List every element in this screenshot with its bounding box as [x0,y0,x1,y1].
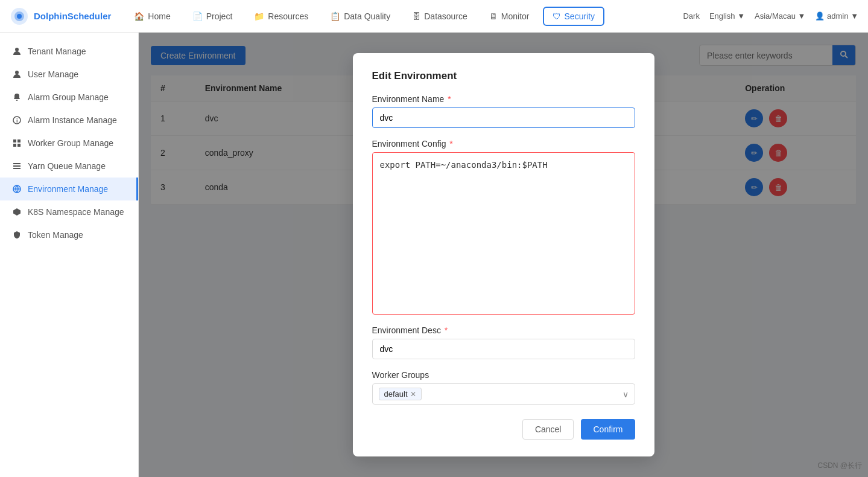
sidebar-item-tenant[interactable]: Tenant Manage [0,40,138,63]
env-name-required: * [448,94,451,104]
edit-environment-modal: Edit Environment Environment Name * Envi… [353,53,654,456]
timezone-chevron-icon: ▼ [798,11,806,21]
topnav-right: Dark English ▼ Asia/Macau ▼ 👤 admin ▼ [683,11,858,21]
nav-resources[interactable]: 📁 Resources [246,8,317,25]
home-icon: 🏠 [134,11,144,21]
env-desc-label: Environment Desc * [372,325,635,335]
modal-overlay: Edit Environment Environment Name * Envi… [139,33,868,477]
modal-footer: Cancel Confirm [372,419,635,440]
nav-monitor[interactable]: 🖥 Monitor [481,8,538,25]
svg-point-3 [15,48,19,51]
datasource-icon: 🗄 [412,11,420,21]
confirm-button[interactable]: Confirm [581,419,635,440]
theme-toggle[interactable]: Dark [683,11,699,21]
worker-groups-label: Worker Groups [372,370,635,380]
user-chevron-icon: ▼ [851,11,858,21]
svg-rect-12 [13,165,21,167]
modal-title: Edit Environment [372,70,635,82]
cancel-button[interactable]: Cancel [522,419,574,440]
k8s-icon [12,207,22,217]
nav-datasource[interactable]: 🗄 Datasource [404,8,476,25]
env-desc-required: * [445,325,448,335]
worker-groups-group: Worker Groups default ✕ ∨ [372,370,635,405]
remove-tag-button[interactable]: ✕ [410,390,416,399]
svg-rect-13 [13,168,21,169]
env-desc-input[interactable] [372,339,635,359]
topnav: DolphinScheduler 🏠 Home 📄 Project 📁 Reso… [0,0,868,33]
worker-groups-select[interactable]: default ✕ ∨ [372,383,635,405]
language-select[interactable]: English ▼ [709,11,745,21]
list-icon [12,161,22,171]
svg-marker-15 [13,208,21,216]
globe-icon [12,184,22,194]
sidebar-item-environment[interactable]: Environment Manage [0,178,138,200]
nav-security[interactable]: 🛡 Security [543,7,605,26]
user-menu[interactable]: 👤 admin ▼ [815,11,858,21]
sidebar-item-alarm-instance[interactable]: i Alarm Instance Manage [0,109,138,132]
svg-rect-8 [17,139,21,142]
sidebar-item-user[interactable]: User Manage [0,63,138,86]
env-config-box: export PATH=~/anaconda3/bin:$PATH [372,152,635,315]
shield-icon [12,230,22,240]
info-icon: i [12,115,22,125]
main-content: Create Environment # Environment Name Cr… [139,33,868,477]
env-name-input[interactable] [372,107,635,128]
nav-home[interactable]: 🏠 Home [125,8,179,25]
logo[interactable]: DolphinScheduler [10,7,111,26]
svg-rect-11 [13,163,21,164]
language-chevron-icon: ▼ [737,11,745,21]
svg-rect-7 [13,139,16,142]
env-desc-group: Environment Desc * [372,325,635,359]
env-config-group: Environment Config * export PATH=~/anaco… [372,139,635,315]
app-name: DolphinScheduler [34,11,111,21]
bell-icon [12,92,22,102]
timezone-select[interactable]: Asia/Macau ▼ [755,11,805,21]
resources-icon: 📁 [254,11,264,21]
sidebar-item-alarm-group[interactable]: Alarm Group Manage [0,86,138,109]
nav-project[interactable]: 📄 Project [184,8,241,25]
sidebar-item-yarn-queue[interactable]: Yarn Queue Manage [0,155,138,178]
sidebar-item-worker-group[interactable]: Worker Group Manage [0,132,138,155]
nav-data-quality[interactable]: 📋 Data Quality [322,8,399,25]
sidebar: Tenant Manage User Manage Alarm Group Ma… [0,33,139,477]
logo-icon [10,7,29,26]
security-icon: 🛡 [553,11,561,21]
data-quality-icon: 📋 [330,11,340,21]
monitor-icon: 🖥 [489,11,498,21]
dropdown-chevron-icon: ∨ [622,389,629,399]
sidebar-item-token[interactable]: Token Manage [0,223,138,246]
env-config-textarea[interactable]: export PATH=~/anaconda3/bin:$PATH [380,160,627,305]
env-config-label: Environment Config * [372,139,635,149]
grid-icon [12,138,22,148]
svg-rect-9 [13,144,16,147]
user-icon [12,69,22,79]
person-icon [12,46,22,56]
worker-group-tag-default: default ✕ [379,388,422,400]
project-icon: 📄 [192,11,203,21]
env-config-required: * [449,139,452,149]
sidebar-item-k8s[interactable]: K8S Namespace Manage [0,200,138,223]
layout: Tenant Manage User Manage Alarm Group Ma… [0,33,868,477]
svg-text:i: i [16,118,18,124]
user-icon: 👤 [815,11,825,21]
env-name-label: Environment Name * [372,94,635,104]
env-name-group: Environment Name * [372,94,635,128]
svg-rect-10 [17,144,21,147]
svg-point-2 [17,14,22,19]
svg-point-4 [15,71,19,74]
